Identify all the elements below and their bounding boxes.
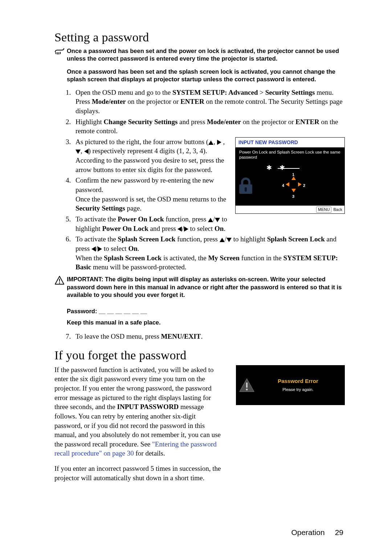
arrow-right-icon — [184, 227, 188, 232]
page-footer: Operation29 — [291, 527, 343, 538]
forget-password-paragraph: If the password function is activated, y… — [54, 365, 223, 458]
warning-icon — [54, 276, 67, 285]
heading-setting-password: Setting a password — [54, 29, 345, 46]
arrow-down-icon — [75, 150, 81, 154]
osd-subtitle: Power On Lock and Splash Screen Lock use… — [239, 150, 341, 160]
arrow-up-icon — [220, 238, 225, 242]
arrow-left-icon — [84, 149, 89, 154]
arrow-up-icon — [291, 176, 296, 180]
osd-footer: MENU Back — [236, 205, 344, 213]
lockout-paragraph: If you enter an incorrect password 5 tim… — [54, 464, 223, 482]
arrow-left-icon — [177, 227, 182, 232]
step-2: Highlight Change Security Settings and p… — [73, 117, 345, 136]
step-7: To leave the OSD menu, press MENU/EXIT. — [73, 332, 345, 341]
arrow-down-icon — [226, 238, 232, 242]
keep-manual-notice: Keep this manual in a safe place. — [67, 319, 345, 327]
arrow-left-icon — [286, 182, 289, 187]
step-3: INPUT NEW PASSWORD Power On Lock and Spl… — [73, 137, 345, 175]
notice-splash-screen-lock: Once a password has been set and the spl… — [67, 68, 345, 83]
arrow-up-icon — [208, 218, 213, 222]
osd-cursor — [278, 168, 299, 169]
osd-password-error: Password Error Please try again. — [236, 365, 345, 405]
osd-menu-button-label: MENU — [316, 207, 331, 213]
password-write-line: Password: __ __ __ __ __ __ — [67, 307, 345, 315]
svg-point-3 — [59, 282, 60, 283]
notice-power-on-lock: Once a password has been set and the pow… — [67, 47, 345, 63]
arrow-right-icon — [98, 246, 102, 252]
arrow-right-icon — [217, 140, 221, 145]
lock-icon — [238, 176, 254, 195]
warning-icon — [236, 378, 258, 393]
svg-point-5 — [246, 388, 248, 390]
osd-error-subtitle: Please try again. — [258, 387, 338, 393]
step-6: To activate the Splash Screen Lock funct… — [73, 234, 345, 272]
footer-page-number: 29 — [335, 528, 343, 536]
hand-note-icon — [54, 47, 67, 55]
osd-title: INPUT NEW PASSWORD — [236, 138, 344, 147]
arrow-down-icon — [215, 218, 220, 222]
heading-forget-password: If you forget the password — [54, 347, 345, 364]
step-5: To activate the Power On Lock function, … — [73, 215, 345, 233]
svg-rect-1 — [245, 187, 247, 192]
osd-error-title: Password Error — [258, 378, 338, 385]
osd-input-new-password: INPUT NEW PASSWORD Power On Lock and Spl… — [235, 137, 345, 214]
arrow-up-icon — [208, 140, 213, 145]
arrow-left-icon — [91, 246, 96, 252]
arrow-right-icon — [298, 182, 302, 187]
arrow-down-icon — [291, 189, 296, 192]
important-notice: IMPORTANT: The digits being input will d… — [67, 276, 345, 299]
svg-rect-4 — [246, 383, 248, 388]
step-1: Open the OSD menu and go to the SYSTEM S… — [73, 88, 345, 116]
footer-section: Operation — [291, 528, 324, 536]
osd-dpad: 1 2 3 4 — [279, 174, 308, 200]
